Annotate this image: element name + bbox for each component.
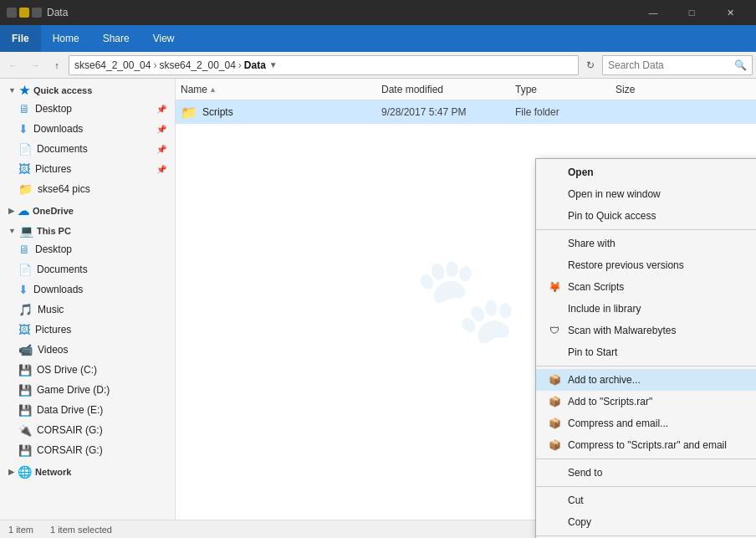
sidebar-network-header[interactable]: ▶ 🌐 Network	[0, 460, 175, 480]
sidebar-item-osdrive[interactable]: 💾 OS Drive (C:)	[0, 360, 175, 380]
sidebar-item-gamedrive[interactable]: 💾 Game Drive (D:)	[0, 380, 175, 400]
drive-icon: 💾	[18, 364, 32, 377]
folder-icon: 📄	[18, 264, 32, 276]
status-selected: 1 item selected	[50, 525, 112, 535]
ribbon: File Home Share View	[0, 25, 756, 52]
ctx-send-to[interactable]: Send to ►	[536, 462, 756, 484]
column-name[interactable]: Name ▲	[181, 84, 381, 95]
sidebar-item-label: CORSAIR (G:)	[37, 424, 103, 436]
address-dropdown-arrow[interactable]: ▼	[269, 60, 278, 69]
chevron-right-icon: ▶	[8, 207, 14, 215]
file-date-cell: 9/28/2017 5:47 PM	[381, 106, 515, 118]
sidebar-item-pictures-pc[interactable]: 🖼 Pictures	[0, 320, 175, 340]
sidebar-item-label: Music	[38, 304, 64, 315]
network-icon: 🌐	[18, 465, 32, 479]
ctx-share-with[interactable]: Share with ►	[536, 233, 756, 254]
ctx-open-new-window[interactable]: Open in new window	[536, 183, 756, 205]
folder-icon: 🖥	[18, 243, 30, 256]
sidebar-item-corsair2[interactable]: 💾 CORSAIR (G:)	[0, 440, 175, 460]
back-button[interactable]: ←	[3, 55, 23, 75]
sidebar-item-datadrive[interactable]: 💾 Data Drive (E:)	[0, 400, 175, 420]
ctx-include-library[interactable]: Include in library ►	[536, 298, 756, 320]
sidebar-item-downloads-quick[interactable]: ⬇ Downloads 📌	[0, 119, 175, 139]
folder-icon: ⬇	[18, 122, 28, 136]
sidebar-item-videos[interactable]: 📹 Videos	[0, 340, 175, 360]
quickaccess-star-icon: ★	[19, 84, 30, 97]
ctx-add-scripts-rar[interactable]: 📦 Add to "Scripts.rar"	[536, 391, 756, 412]
sidebar-item-documents-quick[interactable]: 📄 Documents 📌	[0, 139, 175, 159]
ctx-scan-malwarebytes[interactable]: 🛡 Scan with Malwarebytes	[536, 320, 756, 341]
ctx-restore-versions[interactable]: Restore previous versions	[536, 254, 756, 276]
ctx-sep-4	[536, 486, 756, 487]
search-box[interactable]: 🔍	[602, 55, 753, 75]
sidebar-item-music[interactable]: 🎵 Music	[0, 300, 175, 320]
ctx-sep-3	[536, 459, 756, 459]
main-area: ▼ ★ Quick access 🖥 Desktop 📌 ⬇ Downloads…	[0, 79, 756, 520]
sidebar-item-desktop-quick[interactable]: 🖥 Desktop 📌	[0, 99, 175, 119]
minimize-button[interactable]: —	[634, 0, 672, 25]
sidebar-item-label: skse64 pics	[38, 183, 90, 195]
table-row[interactable]: 📁 Scripts 9/28/2017 5:47 PM File folder	[176, 100, 756, 124]
ctx-open[interactable]: Open	[536, 161, 756, 183]
sidebar-thispc-header[interactable]: ▼ 💻 This PC	[0, 219, 175, 239]
ctx-compress-scripts-email[interactable]: 📦 Compress to "Scripts.rar" and email	[536, 434, 756, 456]
sort-arrow-icon: ▲	[209, 85, 217, 94]
sidebar-onedrive-header[interactable]: ▶ ☁ OneDrive	[0, 199, 175, 219]
sidebar-item-documents-pc[interactable]: 📄 Documents	[0, 259, 175, 279]
tab-view[interactable]: View	[141, 25, 186, 52]
folder-icon: 📁	[181, 105, 197, 120]
maximize-button[interactable]: □	[672, 0, 711, 25]
sidebar-quickaccess-header[interactable]: ▼ ★ Quick access	[0, 79, 175, 99]
sidebar-item-desktop-pc[interactable]: 🖥 Desktop	[0, 239, 175, 259]
sidebar-network-label: Network	[35, 467, 71, 477]
ctx-compress-email[interactable]: 📦 Compress and email...	[536, 412, 756, 434]
column-headers: Name ▲ Date modified Type Size	[176, 79, 756, 100]
folder-icon: 🎵	[18, 303, 33, 316]
ctx-cut[interactable]: Cut	[536, 489, 756, 511]
window-controls: — □ ✕	[634, 0, 749, 25]
folder-icon: 🖥	[18, 102, 30, 115]
chevron-right-icon: ▶	[8, 468, 14, 476]
refresh-button[interactable]: ↻	[580, 55, 600, 75]
column-date[interactable]: Date modified	[381, 84, 515, 95]
sidebar-thispc-label: This PC	[37, 226, 71, 236]
ctx-scan-scripts[interactable]: 🦊 Scan Scripts	[536, 276, 756, 298]
up-button[interactable]: ↑	[47, 55, 67, 75]
address-box[interactable]: skse64_2_00_04 › skse64_2_00_04 › Data ▼	[69, 55, 579, 75]
ctx-compress2-icon: 📦	[548, 439, 561, 451]
sidebar-quickaccess-label: Quick access	[33, 85, 92, 95]
tab-file[interactable]: File	[0, 25, 41, 52]
drive-icon: 🔌	[18, 424, 32, 437]
ctx-add-archive[interactable]: 📦 Add to archive...	[536, 369, 756, 391]
sidebar-item-skse64pics[interactable]: 📁 skse64 pics	[0, 179, 175, 199]
folder-icon: 📹	[18, 343, 33, 356]
close-button[interactable]: ✕	[711, 0, 749, 25]
sidebar-item-downloads-pc[interactable]: ⬇ Downloads	[0, 279, 175, 300]
search-input[interactable]	[608, 59, 734, 71]
tab-share[interactable]: Share	[91, 25, 141, 52]
breadcrumb-1: skse64_2_00_04	[74, 59, 151, 71]
sidebar-item-label: Desktop	[35, 243, 72, 255]
sidebar-item-label: OS Drive (C:)	[37, 364, 97, 376]
icon-dot-3	[32, 8, 42, 18]
tab-home[interactable]: Home	[41, 25, 91, 52]
ctx-pin-quick[interactable]: Pin to Quick access	[536, 205, 756, 227]
folder-icon: 🖼	[18, 323, 30, 336]
sidebar-item-label: Videos	[38, 344, 68, 356]
file-type-cell: File folder	[515, 106, 616, 118]
column-type[interactable]: Type	[515, 84, 616, 95]
chevron-down-icon: ▼	[8, 227, 16, 235]
ctx-copy[interactable]: Copy	[536, 511, 756, 533]
sidebar-item-corsair1[interactable]: 🔌 CORSAIR (G:)	[0, 420, 175, 440]
ctx-archive-icon: 📦	[548, 374, 561, 386]
pin-icon: 📌	[156, 165, 166, 174]
window-title: Data	[47, 7, 68, 18]
ctx-pin-start[interactable]: Pin to Start	[536, 341, 756, 363]
folder-icon: 📄	[18, 143, 32, 156]
context-menu: Open Open in new window Pin to Quick acc…	[535, 158, 756, 538]
forward-button[interactable]: →	[25, 55, 45, 75]
column-size[interactable]: Size	[616, 84, 682, 95]
sidebar-item-pictures-quick[interactable]: 🖼 Pictures 📌	[0, 159, 175, 179]
watermark: 🐾	[414, 250, 518, 349]
sidebar-item-label: CORSAIR (G:)	[37, 444, 103, 456]
